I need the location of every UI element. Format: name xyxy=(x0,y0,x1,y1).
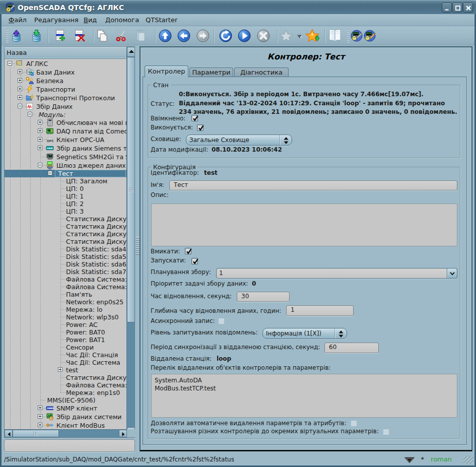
tree-connector xyxy=(20,170,21,177)
spin-arrows[interactable] xyxy=(280,135,292,145)
toolbar-button-back[interactable] xyxy=(175,27,192,44)
tree-item[interactable]: Клієнт ModBus xyxy=(5,421,126,430)
tree-connector xyxy=(20,192,21,200)
tree-connector xyxy=(60,344,61,347)
toolbar-button-start[interactable] xyxy=(236,27,253,44)
tree-item[interactable]: Обчислювач на мові пр xyxy=(5,118,126,127)
toolbar-button-stop[interactable] xyxy=(255,27,272,44)
tree-item[interactable]: АГЛКС xyxy=(5,59,126,68)
expand-icon[interactable] xyxy=(18,87,22,91)
toolbar-button-load-from-db[interactable] xyxy=(8,27,25,44)
expand-icon[interactable] xyxy=(38,423,42,427)
tree-connector xyxy=(60,230,61,234)
storage-combobox[interactable]: Загальне Сховище xyxy=(186,135,292,146)
toolbar-button-favorites[interactable] xyxy=(280,27,297,44)
expand-icon[interactable] xyxy=(18,70,22,74)
expand-icon[interactable] xyxy=(38,128,42,133)
current-user[interactable]: roman xyxy=(431,455,452,463)
collapse-icon[interactable] xyxy=(8,61,12,65)
close-button[interactable] xyxy=(463,3,473,13)
expand-icon[interactable] xyxy=(18,95,22,100)
horizontal-scroll-thumb[interactable] xyxy=(13,430,59,437)
minimize-button[interactable] xyxy=(442,3,452,13)
tree-connector xyxy=(30,223,31,230)
dropdown-button[interactable] xyxy=(447,268,457,279)
collapse-icon[interactable] xyxy=(28,112,32,116)
running-checkbox[interactable] xyxy=(197,124,203,131)
tree-item[interactable]: SNMP клієнтSNMP xyxy=(5,404,126,413)
tree-item[interactable]: Segnetics SMH2Gi та SSMH 2G xyxy=(5,153,126,161)
tree-horizontal-scrollbar[interactable] xyxy=(5,429,127,437)
tree-header[interactable]: Назва xyxy=(5,47,126,59)
menu-view[interactable]: Вид xyxy=(84,15,97,25)
tree-connector xyxy=(20,208,21,215)
tree-item[interactable]: MMS(IEC-9506) xyxy=(5,396,126,404)
tree-filter-input[interactable] xyxy=(4,439,135,452)
tree-item[interactable]: DAQ плати від Comedi xyxy=(5,127,126,136)
descr-textarea[interactable] xyxy=(151,204,457,246)
sync-input[interactable]: 60 xyxy=(324,343,379,353)
tab-parameters[interactable]: Параметри xyxy=(189,68,233,77)
tab-controller[interactable]: Контролер xyxy=(145,65,188,77)
toolbar-button-vision-tool[interactable] xyxy=(361,27,378,44)
scroll-left-button[interactable] xyxy=(5,430,13,437)
toolbar-button-up[interactable] xyxy=(157,27,174,44)
vertical-scroll-thumb[interactable] xyxy=(127,57,135,322)
tree-connector xyxy=(40,389,41,396)
menu-file[interactable]: Файл xyxy=(9,15,27,25)
size-grip[interactable] xyxy=(463,456,473,464)
tree-item[interactable]: Збір даних системи xyxy=(5,413,126,421)
restore-input[interactable]: 30 xyxy=(237,292,290,302)
enabled-checkbox[interactable] xyxy=(191,115,198,121)
tree-connector xyxy=(10,313,11,321)
sepparams-checkbox[interactable] xyxy=(383,429,389,435)
scroll-right-button[interactable] xyxy=(119,430,127,437)
tree-item[interactable]: Модуль: xyxy=(5,111,126,118)
toolbar-button-paste-item[interactable] xyxy=(132,27,150,44)
user-menu-icon[interactable] xyxy=(404,457,415,463)
mess-combobox[interactable]: Інформація (1[X]) xyxy=(262,328,347,339)
toolbar-button-forward[interactable] xyxy=(194,27,212,44)
maximize-button[interactable] xyxy=(452,3,462,13)
scroll-up-button[interactable] xyxy=(127,47,135,57)
menu-edit[interactable]: Редагування xyxy=(34,15,79,25)
expand-icon[interactable] xyxy=(38,146,42,150)
tree-item[interactable]: Збір даних Siemens та іSIEM xyxy=(5,144,126,153)
collapse-icon[interactable] xyxy=(18,104,22,108)
toolbar-button-delete-item[interactable] xyxy=(71,27,88,44)
expand-icon[interactable] xyxy=(38,137,42,142)
expand-icon[interactable] xyxy=(38,120,42,124)
expand-icon[interactable] xyxy=(38,406,42,410)
expand-icon[interactable] xyxy=(18,78,22,83)
tree-item[interactable]: Клієнт OPC-UAOPC xyxy=(5,136,126,144)
to-enable-checkbox[interactable] xyxy=(185,248,191,254)
schedule-combobox[interactable]: 1 xyxy=(216,268,457,279)
collapse-icon[interactable] xyxy=(38,163,42,167)
menu-qtstarter[interactable]: QTStarter xyxy=(146,15,177,25)
spin-arrows[interactable] xyxy=(334,328,347,339)
name-input[interactable]: Тест xyxy=(169,180,457,190)
tab-diagnostics[interactable]: Діагностика xyxy=(234,68,289,77)
expand-icon[interactable] xyxy=(38,414,42,419)
tree-item[interactable]: Тест xyxy=(5,170,126,177)
toolbar-button-cut-item[interactable] xyxy=(112,27,129,44)
toolbar-button-save-to-db[interactable] xyxy=(28,27,45,44)
tree-item-label: ЦП: 3 xyxy=(66,208,84,215)
toolbar-button-manual[interactable] xyxy=(326,27,344,44)
autodel-checkbox[interactable] xyxy=(351,420,357,427)
tree-item[interactable]: Шлюз джерел даних xyxy=(5,161,126,170)
toolbar-button-refresh[interactable] xyxy=(217,27,234,44)
collapse-icon[interactable] xyxy=(48,171,52,175)
tree-connector xyxy=(20,421,21,430)
async-checkbox[interactable] xyxy=(218,318,225,324)
depth-input[interactable]: 1 xyxy=(286,305,354,316)
toolbar-button-add-favorite[interactable] xyxy=(304,27,321,44)
menu-help[interactable]: Допомога xyxy=(105,15,139,25)
to-start-checkbox[interactable] xyxy=(191,258,198,264)
list-textarea[interactable]: System.AutoDA ModBus.testTCP.test xyxy=(151,374,457,418)
toolbar-button-add-item[interactable] xyxy=(52,27,69,44)
expand-icon[interactable] xyxy=(58,367,62,372)
splitter-handle[interactable] xyxy=(135,237,140,255)
toolbar-button-copy-item[interactable] xyxy=(94,27,111,44)
tree-vertical-scrollbar[interactable] xyxy=(126,47,134,437)
